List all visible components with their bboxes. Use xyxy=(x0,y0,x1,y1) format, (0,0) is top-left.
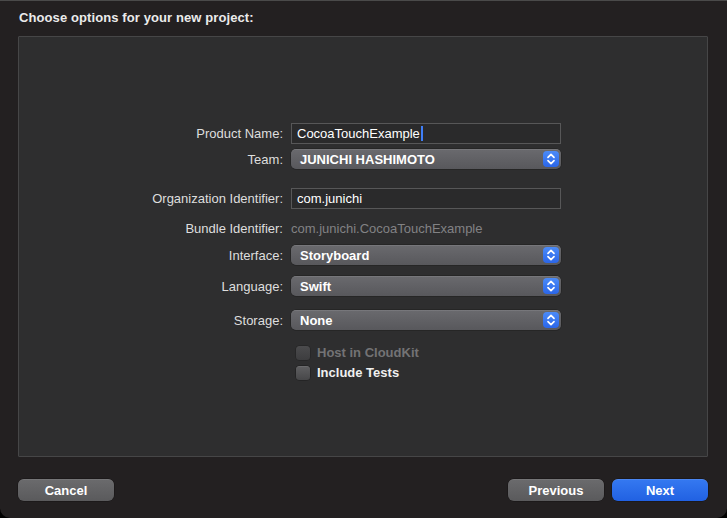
language-label: Language: xyxy=(19,279,291,294)
product-name-value: CocoaTouchExample xyxy=(297,126,420,141)
language-selected-value: Swift xyxy=(300,279,331,294)
bundle-identifier-label: Bundle Identifier: xyxy=(19,221,291,236)
include-tests-row: Include Tests xyxy=(296,365,399,380)
language-dropdown[interactable]: Swift xyxy=(291,276,561,296)
product-name-row: Product Name: CocoaTouchExample xyxy=(19,123,707,144)
new-project-options-sheet: Choose options for your new project: Pro… xyxy=(0,0,727,518)
chevron-up-down-icon xyxy=(543,312,559,328)
interface-row: Interface: Storyboard xyxy=(19,245,707,265)
organization-identifier-row: Organization Identifier: com.junichi xyxy=(19,188,707,209)
include-tests-checkbox[interactable] xyxy=(296,366,310,380)
host-in-cloudkit-checkbox xyxy=(296,346,310,360)
organization-identifier-input[interactable]: com.junichi xyxy=(291,188,561,209)
product-name-label: Product Name: xyxy=(19,126,291,141)
host-in-cloudkit-label: Host in CloudKit xyxy=(317,345,419,360)
chevron-up-down-icon xyxy=(543,278,559,294)
team-selected-value: JUNICHI HASHIMOTO xyxy=(300,152,435,167)
organization-identifier-label: Organization Identifier: xyxy=(19,191,291,206)
team-label: Team: xyxy=(19,152,291,167)
text-caret xyxy=(421,126,423,141)
language-row: Language: Swift xyxy=(19,276,707,296)
storage-selected-value: None xyxy=(300,313,333,328)
storage-row: Storage: None xyxy=(19,310,707,330)
cancel-button[interactable]: Cancel xyxy=(18,479,114,501)
storage-label: Storage: xyxy=(19,313,291,328)
include-tests-label: Include Tests xyxy=(317,365,399,380)
chevron-up-down-icon xyxy=(543,151,559,167)
team-row: Team: JUNICHI HASHIMOTO xyxy=(19,149,707,169)
interface-dropdown[interactable]: Storyboard xyxy=(291,245,561,265)
organization-identifier-value: com.junichi xyxy=(297,191,362,206)
bundle-identifier-row: Bundle Identifier: com.junichi.CocoaTouc… xyxy=(19,219,707,237)
bundle-identifier-value: com.junichi.CocoaTouchExample xyxy=(291,221,482,236)
product-name-input[interactable]: CocoaTouchExample xyxy=(291,123,561,144)
team-dropdown[interactable]: JUNICHI HASHIMOTO xyxy=(291,149,561,169)
interface-selected-value: Storyboard xyxy=(300,248,369,263)
sheet-title: Choose options for your new project: xyxy=(19,10,254,25)
options-panel: Product Name: CocoaTouchExample Team: JU… xyxy=(18,36,708,457)
chevron-up-down-icon xyxy=(543,247,559,263)
storage-dropdown[interactable]: None xyxy=(291,310,561,330)
interface-label: Interface: xyxy=(19,248,291,263)
host-in-cloudkit-row: Host in CloudKit xyxy=(296,345,419,360)
next-button[interactable]: Next xyxy=(612,479,708,501)
previous-button[interactable]: Previous xyxy=(508,479,604,501)
